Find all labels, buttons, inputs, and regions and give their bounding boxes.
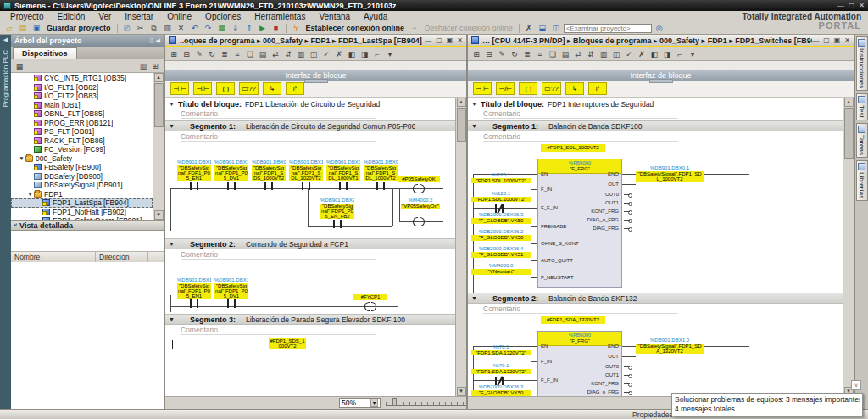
expand-networks-icon[interactable]: ≣ [219, 48, 231, 59]
column-nombre[interactable]: Nombre [11, 252, 96, 262]
go-offline-icon[interactable]: ⌁ [409, 23, 420, 34]
go-offline-button[interactable]: Deshacer conexión online [422, 24, 515, 32]
undo-icon[interactable]: ↶ [189, 23, 201, 34]
absolute-operands-icon[interactable]: ⇄ [572, 48, 584, 59]
monitor-on-icon[interactable]: ✓ [623, 48, 635, 59]
menu-item[interactable]: Ver [92, 11, 118, 22]
scroll-thumb[interactable] [844, 108, 854, 159]
editor-scrollbar[interactable]: ▲ ▼ [455, 98, 466, 396]
menu-item[interactable]: Proyecto [3, 11, 50, 22]
close-branch-icon[interactable]: ↱ [588, 82, 607, 95]
expand-networks-icon[interactable]: ≣ [521, 48, 533, 59]
segment-2-header[interactable]: ▼ Segmento 2: Comando de Seguridad a FCP… [165, 238, 455, 249]
fbd-operand[interactable]: %I70.1 "FDP1.SDA.1320VT2" [471, 344, 531, 355]
fb-block[interactable]: %FB9000 "F_FRG" [537, 159, 622, 288]
delete-network-icon[interactable]: ⊟ [483, 48, 495, 59]
ladder-contact[interactable]: %DB901.DBX1.6 "DBSafetySignal".FDP1_P05_… [214, 277, 248, 308]
search-project-input[interactable] [564, 24, 652, 33]
scroll-down-icon[interactable]: ▼ [154, 210, 164, 220]
collapse-tree-icon[interactable]: ◀ [156, 37, 160, 44]
collapse-strip-icon[interactable]: ◀ [3, 35, 8, 45]
maximize-button[interactable]: ▣ [834, 36, 841, 44]
column-direccion[interactable]: Dirección [96, 252, 148, 262]
close-branch-icon[interactable]: ↱ [286, 82, 304, 95]
snapshot-icon[interactable]: ◧ [346, 48, 358, 59]
insert-network-icon[interactable]: ⊞ [470, 48, 482, 59]
float-panel-icon[interactable]: ▯ [150, 37, 153, 44]
fb-instance-label[interactable]: #FDP1_SDA_1320VT2 [541, 316, 605, 324]
modify-icon[interactable]: ◨ [661, 48, 673, 59]
segment-3-header[interactable]: ▼ Segmento 3: Liberación de Parada Segur… [165, 314, 455, 325]
segment-comment[interactable]: Comentario [181, 250, 376, 260]
tree-item[interactable]: FDP1_NotHalt [FB902] [11, 208, 153, 217]
collapse-networks-icon[interactable]: ≡ [534, 48, 546, 59]
snapshot-icon[interactable]: ◧ [648, 48, 660, 59]
ladder-contact-branch[interactable]: %DB901.DBX2.1 "DBSafetySignal".FDP1_P06_… [320, 198, 354, 228]
breadcrumb[interactable]: … [CPU 414F-3 PN/DP] ▸ Bloques de progra… [482, 36, 812, 45]
fbd-operand[interactable]: %I120.1 "FDP1.SDL.1000VT2" [471, 172, 531, 183]
go-online-icon[interactable]: ϟ [290, 23, 302, 34]
plc-programming-strip[interactable]: ◀ Programación PLC [0, 35, 11, 409]
fbd-operand[interactable]: %I120.1 "FDP1.SDL.1000VT2" [471, 191, 531, 202]
menu-item[interactable]: Insertar [118, 11, 160, 22]
nc-contact-icon[interactable]: ⊣/⊢ [496, 82, 515, 95]
coil-icon[interactable]: ( ) [519, 82, 537, 95]
no-contact-icon[interactable]: ⊣ ⊢ [170, 82, 189, 95]
side-tab[interactable]: Test [856, 93, 868, 120]
menu-item[interactable]: Herramientas [248, 11, 312, 22]
editor-scrollbar[interactable]: ▲ ▼ [843, 98, 854, 396]
block-interface-bar[interactable]: Interfaz de bloque [468, 70, 854, 81]
update-block-icon[interactable]: ◫ [308, 48, 320, 59]
editor-title-bar[interactable]: ..oques de programa ▸ 000_Safety ▸ FDP1 … [165, 35, 466, 47]
segment-1-header[interactable]: ▼ Segmento 1: Balancin de Banda SDKF100 [468, 120, 843, 131]
update-block-icon[interactable]: ◫ [610, 48, 622, 59]
paste-icon[interactable]: ▥ [162, 23, 174, 34]
breadcrumb[interactable]: ..oques de programa ▸ 000_Safety ▸ FDP1 … [180, 36, 422, 45]
nc-contact-icon[interactable]: ⊣/⊢ [193, 82, 212, 95]
fbd-operand[interactable]: %DB2000.DBX36.2 "F_GLOBDB".VK50 [471, 229, 531, 241]
side-tab[interactable]: Instrucciones [856, 36, 868, 91]
menu-item[interactable]: Online [160, 11, 198, 22]
fbd-operand[interactable]: %I70.1 "FDP1.SDA.1320VT2" [471, 363, 531, 374]
column-view-icon[interactable]: ▥ [137, 60, 149, 71]
collapse-title-icon[interactable]: ▼ [471, 101, 477, 107]
rename-icon[interactable]: ✎ [193, 48, 205, 59]
scroll-down-icon[interactable]: ˅ [851, 380, 861, 390]
zoom-select[interactable]: 50% ▾ [339, 398, 381, 408]
minimize-button[interactable]: — [812, 36, 819, 44]
fb-instance-label[interactable]: #FDP1_SDL_1000VT2 [541, 144, 605, 152]
split-vertical-icon[interactable]: ◫ [550, 23, 562, 34]
call-structure-icon[interactable]: ⌐ [371, 48, 383, 59]
tree-item[interactable]: PS_FLT [OB81] [11, 127, 153, 137]
new-folder-icon[interactable]: ⊞ [149, 60, 161, 71]
ladder-contact[interactable]: %DB901.DBX0.1 "DBSafetySignal".FDP1_SDL_… [364, 159, 398, 190]
tree-item[interactable]: ▼ 000_Safety [11, 154, 153, 164]
delete-network-icon[interactable]: ⊟ [181, 48, 192, 59]
refresh-icon[interactable]: ↻ [206, 48, 218, 59]
save-project-icon[interactable]: ▣ [31, 23, 42, 34]
restore-button[interactable]: ▢ [436, 36, 442, 44]
coil-symbol[interactable] [414, 217, 424, 226]
empty-box-icon[interactable]: ▭?? [542, 82, 560, 95]
segment-1-header[interactable]: ▼ Segmento 1: Liberación de Circuito de … [165, 120, 455, 131]
minimize-button[interactable]: — [425, 36, 431, 44]
toggle-comments-icon[interactable]: ❏ [244, 48, 256, 59]
tab-dispositivos[interactable]: Dispositivos [13, 47, 77, 59]
go-online-button[interactable]: Establecer conexión online [303, 24, 408, 32]
fbd-operand[interactable]: %DB2000.DBX36.3 "F_GLOBDB".VK50 [471, 212, 531, 224]
restore-button[interactable]: ▢ [849, 2, 855, 9]
toggle-comments-icon[interactable]: ❏ [547, 48, 559, 59]
download-to-device-icon[interactable]: ⇓ [230, 23, 242, 34]
ladder-coil-2[interactable]: %M4000.2 "VP05SafetyOn" [401, 198, 440, 210]
editor-title-bar[interactable]: … [CPU 414F-3 PN/DP] ▸ Bloques de progra… [468, 35, 854, 47]
cut-icon[interactable]: ✂ [135, 23, 147, 34]
absolute-operands-icon[interactable]: ⇄ [270, 48, 281, 59]
empty-box-icon[interactable]: ▭?? [239, 82, 258, 95]
monitor-off-icon[interactable]: ✗ [333, 48, 345, 59]
show-favorites-icon[interactable]: ▤ [257, 48, 269, 59]
tree-expander-icon[interactable]: ▼ [18, 155, 25, 161]
ladder-contact[interactable]: %DB901.DBX1.6 "DBSafetySignal".FDP1_P05_… [214, 159, 248, 190]
search-project-icon[interactable]: ◎ [654, 23, 665, 34]
scroll-up-icon[interactable]: ▲ [457, 98, 466, 107]
tree-item[interactable]: FC_Version [FC99] [11, 145, 153, 154]
